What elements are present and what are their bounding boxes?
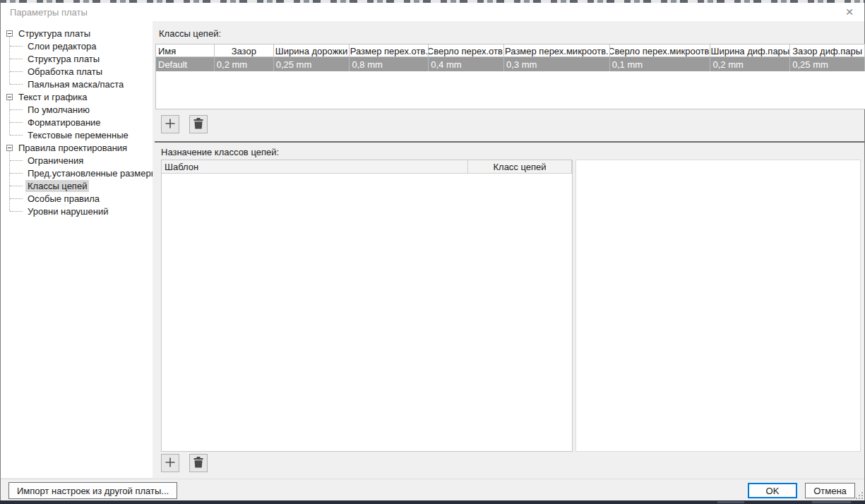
- netclasses-pane: Классы цепей: ИмяЗазорШирина дорожкиРазм…: [155, 21, 864, 479]
- column-header[interactable]: Размер перех.микроотв.: [504, 44, 610, 57]
- netclass-cell[interactable]: 0,3 mm: [504, 57, 610, 71]
- column-header[interactable]: Сверло перех.отв.: [429, 44, 504, 57]
- delete-netclass-button[interactable]: [189, 115, 208, 133]
- ok-button[interactable]: OK: [748, 483, 797, 498]
- dialog-content: Структура платыСлои редактораСтруктура п…: [1, 21, 864, 479]
- dialog-title: Параметры платы: [1, 7, 88, 18]
- tree-item[interactable]: Ограничения: [1, 154, 153, 167]
- assignments-table: ШаблонКласс цепей: [161, 160, 573, 452]
- add-netclass-button[interactable]: [161, 115, 179, 133]
- netclass-cell[interactable]: 0,1 mm: [610, 57, 711, 71]
- cancel-button[interactable]: Отмена: [805, 483, 855, 498]
- tree-item[interactable]: По умолчанию: [1, 103, 153, 116]
- netclass-cell[interactable]: 0,2 mm: [710, 57, 790, 71]
- netclass-table: ИмяЗазорШирина дорожкиРазмер перех.отв.С…: [155, 44, 865, 109]
- tree-item[interactable]: Слои редактора: [1, 40, 153, 52]
- delete-assignment-button[interactable]: [189, 454, 208, 472]
- assignments-toolbar: [161, 454, 864, 472]
- trash-icon: [193, 457, 203, 470]
- netclass-cell[interactable]: Default: [156, 57, 215, 71]
- column-header[interactable]: Ширина диф.пары: [710, 44, 790, 57]
- column-header[interactable]: Шаблон: [162, 160, 468, 173]
- tree-item[interactable]: Структура платы: [1, 52, 153, 65]
- plus-icon: [165, 457, 176, 470]
- splitter-sash[interactable]: [155, 141, 864, 147]
- column-header[interactable]: Зазор: [215, 44, 274, 57]
- netclass-cell[interactable]: 0,8 mm: [350, 57, 429, 71]
- netclass-cell[interactable]: 0,2 mm: [215, 57, 274, 71]
- tree-item[interactable]: Текстовые переменные: [1, 128, 153, 141]
- column-header[interactable]: Размер перех.отв.: [350, 44, 429, 57]
- netclass-cell[interactable]: 0,25 mm: [274, 57, 350, 71]
- collapse-icon[interactable]: [6, 30, 13, 37]
- netclass-cell[interactable]: 0,25 mm: [790, 57, 865, 71]
- column-header[interactable]: Ширина дорожки: [274, 44, 350, 57]
- board-setup-dialog: Параметры платы × Структура платыСлои ре…: [0, 3, 865, 500]
- tree-group[interactable]: Текст и графика: [1, 90, 153, 103]
- column-header[interactable]: Имя: [156, 44, 215, 57]
- assignments-label: Назначение классов цепей:: [161, 147, 864, 157]
- netclasses-label: Классы цепей:: [159, 28, 864, 39]
- tree-group[interactable]: Правила проектирования: [1, 141, 153, 154]
- tree-item[interactable]: Классы цепей: [1, 179, 153, 192]
- column-header[interactable]: Сверло перех.микроотв.: [610, 44, 711, 57]
- tree-item[interactable]: Паяльная маска/паста: [1, 78, 153, 90]
- tree-item[interactable]: Форматирование: [1, 116, 153, 128]
- tree-group[interactable]: Структура платы: [1, 27, 153, 40]
- assignments-row: ШаблонКласс цепей: [161, 160, 864, 452]
- column-header[interactable]: Класс цепей: [468, 160, 572, 173]
- resize-grip[interactable]: [856, 492, 863, 499]
- netclass-cell[interactable]: 0,4 mm: [429, 57, 504, 71]
- close-icon[interactable]: ×: [839, 3, 860, 21]
- import-settings-button[interactable]: Импорт настроек из другой платы...: [8, 482, 177, 499]
- plus-icon: [165, 118, 176, 131]
- titlebar[interactable]: Параметры платы ×: [1, 3, 864, 21]
- trash-icon: [193, 118, 203, 131]
- collapse-icon[interactable]: [6, 94, 13, 100]
- tree-item[interactable]: Пред.установленные размеры: [1, 167, 153, 179]
- netclass-row[interactable]: Default0,2 mm0,25 mm0,8 mm0,4 mm0,3 mm0,…: [156, 57, 865, 71]
- column-header[interactable]: Зазор диф.пары: [790, 44, 865, 57]
- netclass-membership-panel[interactable]: [575, 160, 861, 452]
- collapse-icon[interactable]: [6, 145, 13, 151]
- add-assignment-button[interactable]: [161, 454, 179, 472]
- taskbar-strip: [0, 500, 865, 504]
- tree-item[interactable]: Уровни нарушений: [1, 205, 153, 217]
- netclass-toolbar: [161, 115, 864, 133]
- tree-item[interactable]: Обработка платы: [1, 65, 153, 78]
- settings-tree: Структура платыСлои редактораСтруктура п…: [1, 21, 153, 478]
- tree-item[interactable]: Особые правила: [1, 192, 153, 205]
- dialog-footer: Импорт настроек из другой платы... OK От…: [1, 479, 864, 500]
